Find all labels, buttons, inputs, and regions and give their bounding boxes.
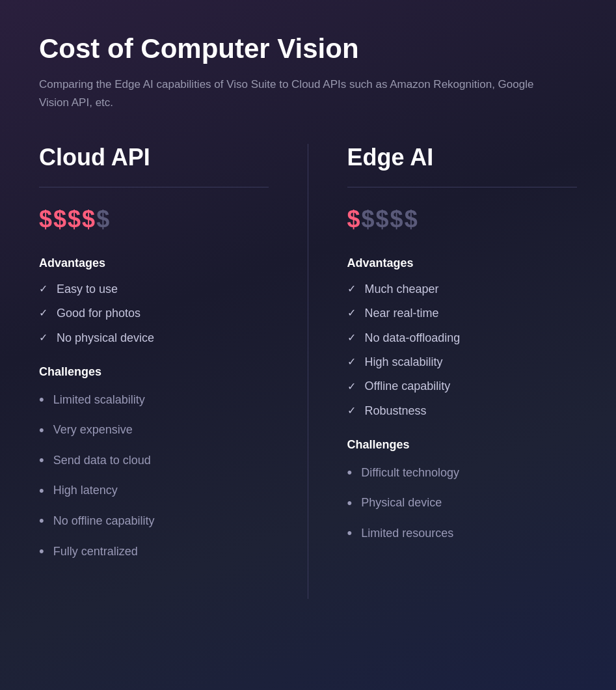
cloud-api-column: Cloud API $ $ $ $ $ Advantages Easy to u…	[39, 144, 308, 599]
edge-challenges-label: Challenges	[347, 438, 578, 452]
cloud-dollar-3: $	[68, 206, 81, 233]
edge-advantage-5: Offline capability	[347, 379, 578, 394]
edge-ai-price: $ $ $ $ $	[347, 206, 578, 233]
cloud-challenge-3: Send data to cloud	[39, 451, 269, 470]
cloud-api-price: $ $ $ $ $	[39, 206, 269, 233]
cloud-api-divider	[39, 187, 269, 187]
edge-advantage-2: Near real-time	[347, 306, 578, 321]
cloud-dollar-5: $	[96, 206, 109, 233]
edge-challenge-3: Limited resources	[347, 524, 578, 543]
edge-challenge-2: Physical device	[347, 494, 578, 513]
edge-dollar-5: $	[405, 206, 418, 233]
cloud-advantage-3: No physical device	[39, 331, 269, 346]
page-title: Cost of Computer Vision	[39, 33, 577, 65]
comparison-grid: Cloud API $ $ $ $ $ Advantages Easy to u…	[39, 144, 577, 599]
edge-dollar-3: $	[376, 206, 389, 233]
edge-ai-divider	[347, 187, 578, 187]
cloud-advantages-list: Easy to use Good for photos No physical …	[39, 282, 269, 346]
edge-dollar-4: $	[390, 206, 403, 233]
page-subtitle: Comparing the Edge AI capabilities of Vi…	[39, 76, 546, 111]
cloud-api-title: Cloud API	[39, 144, 269, 171]
edge-advantages-label: Advantages	[347, 256, 578, 270]
cloud-dollar-2: $	[53, 206, 66, 233]
edge-ai-column: Edge AI $ $ $ $ $ Advantages Much cheape…	[308, 144, 578, 599]
edge-challenges-list: Difficult technology Physical device Lim…	[347, 463, 578, 543]
cloud-challenges-list: Limited scalability Very expensive Send …	[39, 391, 269, 561]
cloud-challenge-2: Very expensive	[39, 421, 269, 440]
cloud-challenge-6: Fully centralized	[39, 542, 269, 561]
cloud-challenges-label: Challenges	[39, 365, 269, 379]
cloud-challenge-1: Limited scalability	[39, 391, 269, 409]
edge-advantages-list: Much cheaper Near real-time No data-offl…	[347, 282, 578, 419]
cloud-advantage-2: Good for photos	[39, 306, 269, 321]
edge-advantage-1: Much cheaper	[347, 282, 578, 297]
cloud-dollar-1: $	[39, 206, 52, 233]
edge-dollar-2: $	[362, 206, 375, 233]
cloud-dollar-4: $	[82, 206, 95, 233]
cloud-challenge-5: No offline capability	[39, 512, 269, 531]
edge-challenge-1: Difficult technology	[347, 463, 578, 482]
edge-ai-title: Edge AI	[347, 144, 578, 171]
edge-advantage-3: No data-offloading	[347, 331, 578, 346]
cloud-advantages-label: Advantages	[39, 256, 269, 270]
edge-advantage-6: Robustness	[347, 404, 578, 419]
edge-advantage-4: High scalability	[347, 355, 578, 370]
cloud-challenge-4: High latency	[39, 482, 269, 501]
cloud-advantage-1: Easy to use	[39, 282, 269, 297]
edge-dollar-1: $	[347, 206, 360, 233]
